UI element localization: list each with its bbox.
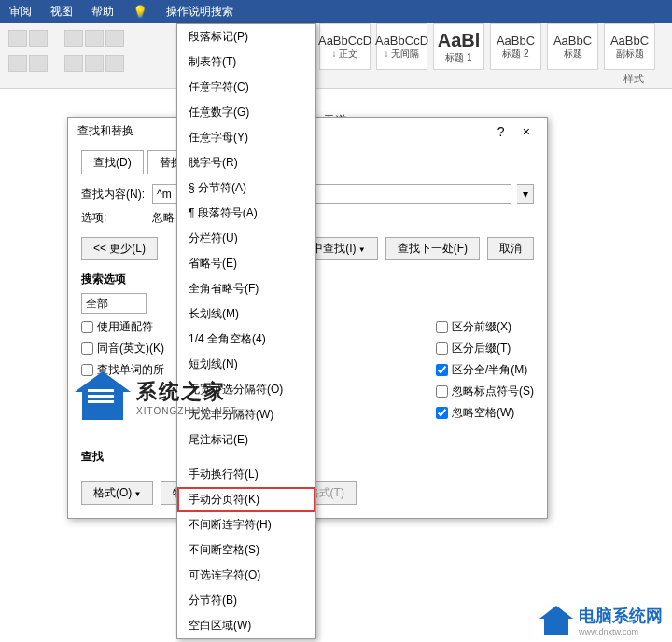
house-icon [539, 606, 573, 635]
menu-item[interactable]: 全角省略号(F) [177, 276, 315, 301]
find-next-button[interactable]: 查找下一处(F) [385, 237, 480, 260]
watermark-text: 电脑系统网 [579, 605, 663, 627]
options-value: 忽略 [152, 210, 175, 226]
style-normal[interactable]: AaBbCcD↓ 正文 [319, 23, 371, 70]
menu-item[interactable]: 手动换行符(L) [177, 462, 315, 487]
styles-group-label: 样式 [623, 72, 644, 86]
styles-gallery: AaBbCcD↓ 正文 AaBbCcD↓ 无间隔 AaBl标题 1 AaBbC标… [319, 23, 655, 88]
lightbulb-icon: 💡 [133, 5, 147, 19]
tab-review[interactable]: 审阅 [9, 4, 32, 20]
menu-item[interactable]: 段落标记(P) [177, 24, 315, 49]
watermark-text: 系统之家 [136, 378, 237, 406]
style-subtitle[interactable]: AaBbC副标题 [604, 23, 655, 70]
find-dropdown-icon[interactable]: ▾ [517, 184, 534, 204]
menu-item[interactable]: § 分节符(A) [177, 175, 315, 201]
options-label: 选项: [81, 210, 147, 226]
tab-help[interactable]: 帮助 [91, 4, 114, 20]
watermark-dnxtw: 电脑系统网 www.dnxtw.com [539, 605, 663, 636]
ribbon-tabs: 审阅 视图 帮助 💡 操作说明搜索 [0, 0, 672, 23]
style-title[interactable]: AaBbC标题 [547, 23, 598, 70]
ribbon-body: AaBbCcD↓ 正文 AaBbCcD↓ 无间隔 AaBl标题 1 AaBbC标… [0, 23, 672, 89]
tab-view[interactable]: 视图 [50, 4, 73, 20]
special-format-menu: 段落标记(P)制表符(T)任意字符(C)任意数字(G)任意字母(Y)脱字号(R)… [176, 23, 316, 639]
menu-item[interactable]: 脱字号(R) [177, 150, 315, 175]
find-label: 查找内容(N): [81, 187, 147, 202]
menu-item[interactable]: 任意字母(Y) [177, 125, 315, 150]
ribbon-icon[interactable] [64, 30, 83, 47]
cancel-button[interactable]: 取消 [487, 237, 534, 260]
ribbon-icon[interactable] [105, 55, 124, 72]
house-icon [75, 373, 131, 420]
menu-item[interactable]: 制表符(T) [177, 49, 315, 75]
direction-select[interactable]: 全部 [81, 293, 147, 314]
watermark-url: www.dnxtw.com [579, 627, 663, 636]
checkbox-option[interactable]: 忽略空格(W) [436, 405, 534, 421]
menu-item[interactable]: 手动分页符(K) [177, 487, 315, 512]
ribbon-icon[interactable] [8, 55, 27, 72]
dialog-title: 查找和替换 [77, 123, 133, 139]
menu-item[interactable]: 不间断空格(S) [177, 537, 315, 563]
checkbox-option[interactable]: 区分前缀(X) [436, 319, 534, 335]
checkbox-option[interactable]: 区分后缀(T) [436, 341, 534, 356]
less-button[interactable]: << 更少(L) [81, 237, 158, 260]
style-heading1[interactable]: AaBl标题 1 [433, 23, 484, 70]
menu-item[interactable]: 任意数字(G) [177, 100, 315, 125]
watermark-xitongzhijia: 系统之家 XITONGZHIJIA.NET [75, 373, 237, 420]
menu-item[interactable]: 分栏符(U) [177, 226, 315, 251]
menu-item[interactable] [177, 453, 315, 462]
ribbon-icon[interactable] [29, 55, 48, 72]
ribbon-icon[interactable] [29, 30, 48, 47]
menu-item[interactable]: 尾注标记(E) [177, 427, 315, 453]
style-nospacing[interactable]: AaBbCcD↓ 无间隔 [376, 23, 427, 70]
menu-item[interactable]: 可选连字符(O) [177, 563, 315, 588]
checkbox-option[interactable]: 区分全/半角(M) [436, 362, 534, 378]
tell-me-search[interactable]: 操作说明搜索 [166, 4, 233, 20]
checkbox-option[interactable]: 忽略标点符号(S) [436, 384, 534, 399]
menu-item[interactable]: 长划线(M) [177, 301, 315, 327]
checkbox-option[interactable]: 同音(英文)(K) [81, 341, 164, 356]
ribbon-icon[interactable] [85, 55, 104, 72]
style-heading2[interactable]: AaBbC标题 2 [490, 23, 541, 70]
menu-item[interactable]: 分节符(B) [177, 588, 315, 613]
menu-item[interactable]: 不间断连字符(H) [177, 512, 315, 537]
help-icon[interactable]: ? [490, 124, 512, 139]
menu-item[interactable]: 1/4 全角空格(4) [177, 327, 315, 352]
ribbon-icon[interactable] [8, 30, 27, 47]
menu-item[interactable]: 任意字符(C) [177, 75, 315, 100]
ribbon-icon[interactable] [105, 30, 124, 47]
ribbon-icon[interactable] [64, 55, 83, 72]
format-button[interactable]: 格式(O) [81, 482, 153, 505]
watermark-url: XITONGZHIJIA.NET [136, 406, 237, 416]
tab-find[interactable]: 查找(D) [81, 150, 144, 174]
menu-item[interactable]: 省略号(E) [177, 251, 315, 276]
menu-item[interactable]: ¶ 段落符号(A) [177, 201, 315, 226]
menu-item[interactable]: 空白区域(W) [177, 613, 315, 638]
ribbon-icon[interactable] [85, 30, 104, 47]
close-icon[interactable]: × [515, 124, 538, 139]
checkbox-option[interactable]: 使用通配符 [81, 319, 164, 335]
